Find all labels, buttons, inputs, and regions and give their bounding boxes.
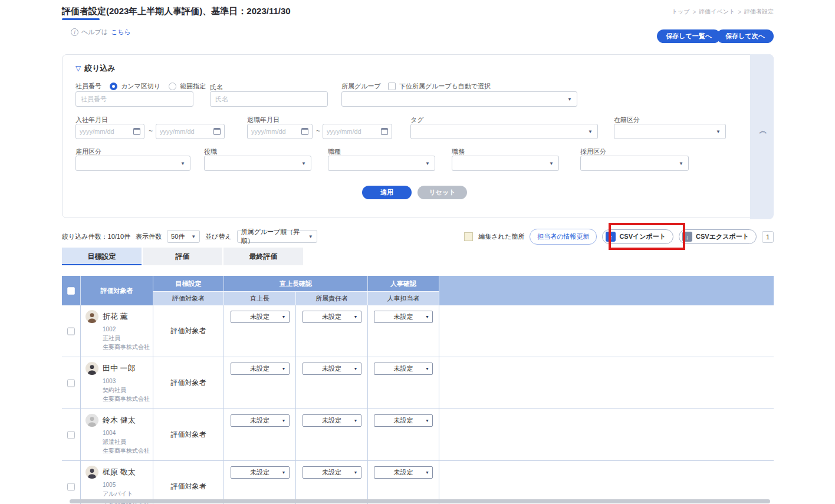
- leave-date-from-input[interactable]: [251, 128, 299, 135]
- chevron-down-icon: ▼: [180, 161, 185, 166]
- header-goal-sub: 評価対象者: [153, 291, 224, 305]
- range-radio[interactable]: [169, 83, 176, 90]
- join-date-from-field[interactable]: [75, 124, 144, 139]
- chevron-down-icon: ▼: [282, 470, 286, 475]
- select-all-checkbox[interactable]: [67, 287, 75, 295]
- sort-value: 所属グループ順（昇順）: [241, 228, 304, 245]
- header-goal-setting: 目標設定: [153, 276, 224, 291]
- employment-select[interactable]: ▼: [75, 156, 190, 171]
- dept-manager-select[interactable]: 未設定▼: [303, 311, 361, 323]
- tab-goal-setting[interactable]: 目標設定: [62, 248, 142, 265]
- duty-select[interactable]: ▼: [452, 156, 559, 171]
- hr-staff-cell: 未設定▼: [368, 357, 439, 409]
- row-checkbox[interactable]: [67, 379, 75, 387]
- join-date-from-input[interactable]: [80, 128, 131, 135]
- chevron-down-icon: ▼: [191, 234, 196, 239]
- person-company: 生要商事株式会社: [103, 394, 150, 403]
- chevron-down-icon: ▼: [282, 367, 286, 371]
- date-tilde: ~: [149, 127, 153, 135]
- duty-label: 職務: [452, 147, 465, 156]
- horizontal-scrollbar[interactable]: [70, 499, 770, 503]
- chevron-down-icon: ▼: [425, 470, 429, 475]
- dept-manager-cell: 未設定▼: [296, 305, 368, 357]
- csv-export-button[interactable]: ↓ CSVエクスポート: [679, 229, 757, 244]
- csv-import-button[interactable]: ↑ CSVインポート: [602, 229, 673, 244]
- supervisor-select[interactable]: 未設定▼: [231, 363, 290, 375]
- hr-staff-select[interactable]: 未設定▼: [374, 363, 433, 375]
- row-checkbox[interactable]: [67, 327, 75, 335]
- goal-role-cell: 評価対象者: [153, 461, 224, 504]
- chevron-down-icon: ▼: [354, 367, 358, 371]
- update-assignee-info-button[interactable]: 担当者の情報更新: [530, 229, 597, 245]
- hr-staff-select[interactable]: 未設定▼: [374, 311, 433, 323]
- dept-manager-select[interactable]: 未設定▼: [303, 466, 361, 479]
- join-date-to-field[interactable]: [156, 124, 225, 139]
- leave-date-to-input[interactable]: [327, 128, 379, 135]
- enrollment-select[interactable]: ▼: [614, 124, 726, 139]
- header-hr-staff: 人事担当者: [368, 291, 439, 305]
- join-date-to-input[interactable]: [160, 128, 211, 135]
- page-number[interactable]: 1: [762, 231, 774, 243]
- filter-collapse-strip[interactable]: 《: [750, 54, 774, 219]
- sort-label: 並び替え: [205, 232, 232, 241]
- comma-radio[interactable]: [110, 83, 117, 90]
- sort-select[interactable]: 所属グループ順（昇順） ▼: [237, 230, 317, 243]
- hr-staff-cell: 未設定▼: [368, 305, 439, 357]
- employee-no-input[interactable]: [75, 91, 193, 107]
- supervisor-select[interactable]: 未設定▼: [231, 414, 290, 427]
- supervisor-select[interactable]: 未設定▼: [231, 311, 290, 323]
- collapse-chevron-icon: 《: [757, 127, 768, 134]
- recruit-select[interactable]: ▼: [580, 156, 689, 171]
- tab-final-evaluation[interactable]: 最終評価: [223, 248, 303, 265]
- table-row: 折花 薫 1002 正社員 生要商事株式会社 評価対象者 未設定▼ 未設定▼ 未…: [62, 305, 774, 357]
- evaluator-settings-page: 評価者設定(2023年上半期人事評価)、基準日：2023/11/30 トップ >…: [0, 0, 835, 504]
- hr-staff-select[interactable]: 未設定▼: [374, 466, 433, 479]
- page-size-value: 50件: [171, 232, 185, 241]
- hr-staff-select[interactable]: 未設定▼: [374, 414, 433, 427]
- position-select[interactable]: ▼: [204, 156, 311, 171]
- save-to-list-button[interactable]: 保存して一覧へ: [657, 29, 721, 43]
- apply-button[interactable]: 適用: [362, 186, 412, 199]
- row-checkbox[interactable]: [67, 431, 75, 439]
- comma-radio-label: カンマ区切り: [121, 82, 160, 91]
- save-and-next-button[interactable]: 保存して次へ: [716, 29, 774, 43]
- leave-date-label: 退職年月日: [247, 116, 280, 124]
- page-size-select[interactable]: 50件 ▼: [167, 230, 200, 243]
- supervisor-select[interactable]: 未設定▼: [231, 466, 290, 479]
- leave-date-to-field[interactable]: [323, 124, 392, 139]
- person-id: 1003: [103, 377, 150, 386]
- filter-title-text: 絞り込み: [84, 63, 116, 74]
- filter-title: ▽ 絞り込み: [75, 63, 116, 74]
- person-id: 1004: [103, 429, 150, 437]
- subgroup-checkbox[interactable]: [388, 83, 396, 90]
- help-prefix: ヘルプは: [81, 28, 108, 37]
- person-name: 折花 薫: [103, 311, 128, 322]
- row-checkbox[interactable]: [67, 483, 75, 490]
- person-cell: 田中 一郎 1003 契約社員 生要商事株式会社: [81, 357, 153, 409]
- person-name: 田中 一郎: [103, 363, 136, 374]
- header-hr-confirm: 人事確認: [368, 276, 439, 291]
- chevron-down-icon: ▼: [301, 161, 306, 166]
- tag-select[interactable]: ▼: [410, 124, 598, 139]
- csv-import-label: CSVインポート: [619, 232, 666, 241]
- name-input[interactable]: [210, 91, 328, 107]
- breadcrumb-item-top[interactable]: トップ: [672, 8, 690, 16]
- toolbar-left: 絞り込み件数：10/10件 表示件数 50件 ▼ 並び替え 所属グループ順（昇順…: [62, 230, 317, 243]
- calendar-icon: [133, 128, 140, 135]
- job-type-select[interactable]: ▼: [328, 156, 435, 171]
- goal-role-cell: 評価対象者: [153, 305, 224, 357]
- recruit-label: 採用区分: [580, 147, 606, 156]
- dd-value: 未設定: [250, 416, 269, 425]
- breadcrumb-item-event[interactable]: 評価イベント: [699, 8, 735, 16]
- help-link[interactable]: こちら: [111, 28, 131, 37]
- page-size-label: 表示件数: [136, 232, 162, 241]
- leave-date-from-field[interactable]: [247, 124, 313, 139]
- avatar: [86, 362, 98, 375]
- dd-value: 未設定: [394, 416, 413, 425]
- group-select[interactable]: ▼: [341, 91, 577, 107]
- reset-button[interactable]: リセット: [418, 186, 467, 199]
- tab-evaluation[interactable]: 評価: [143, 248, 222, 265]
- row-checkbox-cell: [62, 461, 81, 504]
- dept-manager-select[interactable]: 未設定▼: [303, 363, 361, 375]
- dept-manager-select[interactable]: 未設定▼: [303, 414, 361, 427]
